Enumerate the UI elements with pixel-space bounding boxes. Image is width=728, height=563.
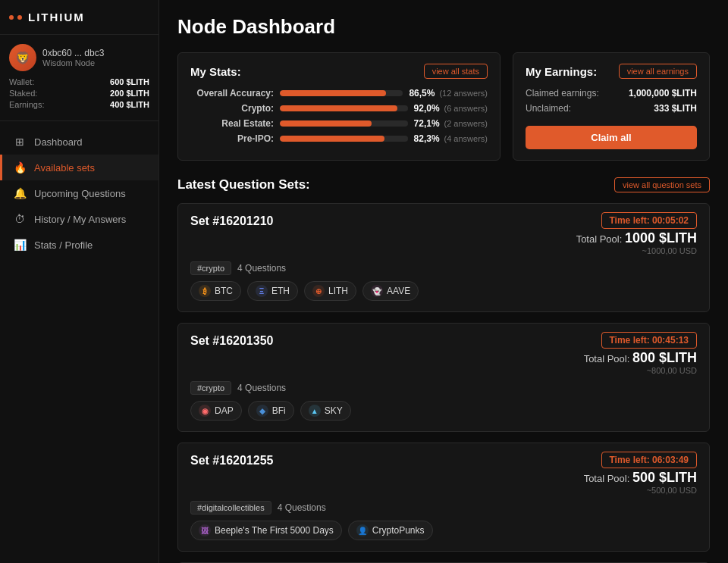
set-right: Time left: 00:45:13 Total Pool: 800 $LIT… [584,334,697,375]
sidebar: LITHIUM 🦁 0xbc60 ... dbc3 Wisdom Node Wa… [0,0,159,563]
earnings-label: Earnings: [9,100,44,109]
sidebar-item-upcoming-questions[interactable]: 🔔 Upcoming Questions [0,180,158,206]
token-pill[interactable]: ◆ BFi [248,401,294,421]
set-card[interactable]: Set #16201210 Time left: 00:05:02 Total … [177,203,710,312]
stats-title: My Stats: [190,65,241,78]
token-pill[interactable]: 🖼 Beeple's The First 5000 Days [190,521,342,540]
time-badge: Time left: 00:05:02 [601,212,698,229]
bar-track [280,90,403,96]
view-all-sets-button[interactable]: view all question sets [614,177,710,192]
nav-icon-history-answers: ⏱ [13,213,27,225]
user-info-text: 0xbc60 ... dbc3 Wisdom Node [42,48,104,67]
pool-value: 500 $LITH [632,470,697,485]
set-meta: #digitalcollectibles 4 Questions [190,501,697,515]
accuracy-row: Pre-IPO: 82,3% (4 answers) [190,133,488,144]
pool-label: Total Pool: [584,353,632,364]
staked-value: 200 $LITH [110,89,149,98]
sidebar-item-stats-profile[interactable]: 📊 Stats / Profile [0,232,158,258]
token-symbol: AAVE [387,286,410,296]
token-pill[interactable]: 👤 CryptoPunks [348,521,433,540]
bar-track [280,120,408,127]
user-card: 🦁 0xbc60 ... dbc3 Wisdom Node Wallet: 60… [0,35,158,121]
avatar: 🦁 [9,44,36,71]
sidebar-item-history-answers[interactable]: ⏱ History / My Answers [0,206,158,232]
claim-all-button[interactable]: Claim all [526,126,697,149]
claimed-label: Claimed earnings: [526,88,599,99]
accuracy-row: Overall Accuracy: 86,5% (12 answers) [190,88,488,99]
set-card[interactable]: Set #16201350 Time left: 00:45:13 Total … [177,323,710,432]
set-card-top: Set #16201255 Time left: 06:03:49 Total … [190,454,697,495]
sidebar-item-available-sets[interactable]: 🔥 Available sets [0,155,158,180]
wallet-address: 0xbc60 ... dbc3 [42,48,104,58]
sidebar-nav: ⊞ Dashboard 🔥 Available sets 🔔 Upcoming … [0,121,158,563]
token-icon: ₿ [199,285,211,297]
earnings-stat-row: Earnings: 400 $LITH [9,100,149,109]
pool-usd: ~1000,00 USD [576,246,697,255]
sets-container: Set #16201210 Time left: 00:05:02 Total … [177,203,710,563]
token-icon: ◉ [199,405,211,417]
claimed-value: 1,000,000 $LITH [629,88,697,99]
accuracy-answers: (4 answers) [444,134,488,143]
token-pill[interactable]: Ξ ETH [247,281,298,301]
accuracy-answers: (6 answers) [444,104,488,113]
token-symbol: CryptoPunks [372,525,425,536]
set-pool: Total Pool: 800 $LITH ~800,00 USD [584,350,697,375]
set-id: Set #16201350 [190,334,273,348]
staked-stat-row: Staked: 200 $LITH [9,89,149,98]
token-pill[interactable]: 👻 AAVE [362,281,419,301]
nav-label-upcoming-questions: Upcoming Questions [34,188,126,199]
set-right: Time left: 06:03:49 Total Pool: 500 $LIT… [584,454,697,495]
earnings-value: 400 $LITH [110,100,149,109]
bar-fill [280,105,397,111]
staked-label: Staked: [9,89,37,98]
set-tag: #crypto [190,261,231,275]
sets-section-header: Latest Question Sets: view all question … [177,177,710,192]
wallet-stat-row: Wallet: 600 $LITH [9,77,149,86]
unclaimed-value: 333 $LITH [654,103,697,114]
set-card-top: Set #16201350 Time left: 00:45:13 Total … [190,334,697,375]
accuracy-label: Crypto: [190,103,274,114]
nav-icon-stats-profile: 📊 [13,239,27,251]
token-symbol: BFi [272,405,286,416]
view-all-earnings-button[interactable]: view all earnings [619,64,697,79]
wallet-value: 600 $LITH [110,77,149,86]
pool-label: Total Pool: [576,233,625,245]
set-card[interactable]: Set #16201255 Time left: 06:03:49 Total … [177,443,710,552]
accuracy-value: 72,1% [414,118,438,129]
token-icon: ▲ [309,405,321,417]
earnings-header: My Earnings: view all earnings [526,64,697,79]
token-pill[interactable]: ▲ SKY [300,401,351,421]
bar-fill [280,136,384,142]
accuracy-rows: Overall Accuracy: 86,5% (12 answers) Cry… [190,88,488,144]
token-symbol: ETH [271,286,290,296]
user-header: 🦁 0xbc60 ... dbc3 Wisdom Node [9,44,149,71]
sidebar-item-dashboard[interactable]: ⊞ Dashboard [0,129,158,155]
pool-value: 1000 $LITH [625,230,697,246]
accuracy-row: Crypto: 92,0% (6 answers) [190,103,488,114]
token-icon: Ξ [256,285,268,297]
questions-count: 4 Questions [237,263,286,274]
token-symbol: BTC [215,286,233,296]
stats-panel: My Stats: view all stats Overall Accurac… [177,52,500,161]
token-symbol: LITH [328,286,348,296]
token-symbol: SKY [325,405,343,416]
stats-header: My Stats: view all stats [190,64,488,79]
set-right: Time left: 00:05:02 Total Pool: 1000 $LI… [576,214,697,255]
accuracy-label: Pre-IPO: [190,133,274,144]
token-pill[interactable]: ⊕ LITH [304,281,356,301]
claimed-earnings-row: Claimed earnings: 1,000,000 $LITH [526,88,697,99]
nav-icon-dashboard: ⊞ [13,136,27,148]
token-pill[interactable]: ₿ BTC [190,281,241,301]
questions-count: 4 Questions [278,502,326,513]
token-icon: 👤 [356,524,369,536]
sets-title: Latest Question Sets: [177,177,310,192]
nav-icon-available-sets: 🔥 [13,161,27,174]
token-icon: 👻 [371,285,383,297]
bar-track [280,136,408,142]
accuracy-label: Real Estate: [190,118,274,129]
token-pill[interactable]: ◉ DAP [190,401,242,421]
view-all-stats-button[interactable]: view all stats [424,64,488,79]
set-meta: #crypto 4 Questions [190,381,697,395]
node-label: Wisdom Node [42,58,104,67]
top-panels: My Stats: view all stats Overall Accurac… [177,52,710,161]
